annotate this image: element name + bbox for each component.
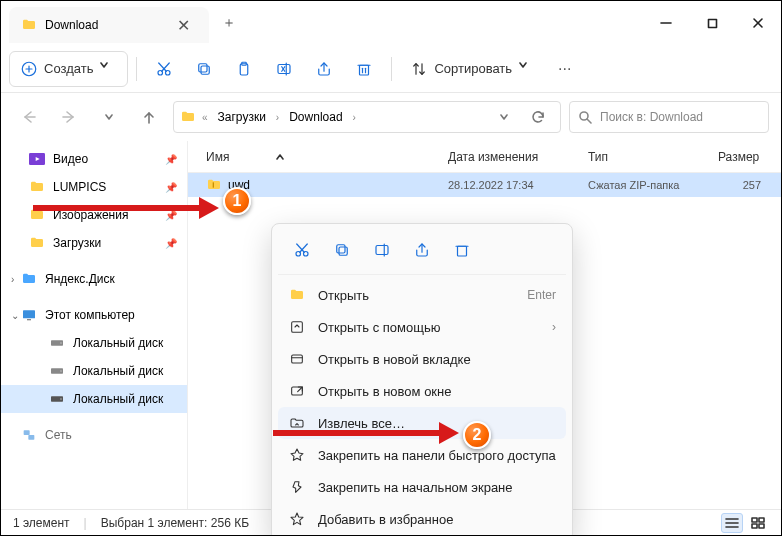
create-button[interactable]: Создать [9, 51, 128, 87]
sidebar-item-lumpics[interactable]: LUMPICS📌 [1, 173, 187, 201]
sort-button[interactable]: Сортировать [400, 51, 546, 87]
status-selection: Выбран 1 элемент: 256 КБ [101, 516, 249, 530]
ctx-delete-button[interactable] [444, 234, 480, 266]
chevron-down-icon[interactable]: ⌄ [11, 310, 19, 321]
sidebar-item-yandex[interactable]: ›Яндекс.Диск [1, 265, 187, 293]
sidebar-label: Локальный диск [73, 392, 163, 406]
file-row[interactable]: uwd 28.12.2022 17:34 Сжатая ZIP-папка 25… [188, 173, 781, 197]
view-details-button[interactable] [721, 513, 743, 533]
pin-icon [288, 446, 306, 464]
recent-button[interactable] [93, 101, 125, 133]
tab-close-button[interactable]: ✕ [169, 11, 197, 39]
maximize-button[interactable] [689, 3, 735, 43]
context-menu: ОткрытьEnter Открыть с помощью› Открыть … [271, 223, 573, 536]
more-button[interactable]: ··· [548, 51, 581, 87]
breadcrumb-item[interactable]: Download [285, 110, 346, 124]
paste-button[interactable] [225, 51, 263, 87]
sidebar-item-downloads[interactable]: Загрузки📌 [1, 229, 187, 257]
ctx-favorite[interactable]: Добавить в избранное [278, 503, 566, 535]
tab-title: Download [45, 18, 161, 32]
back-button[interactable] [13, 101, 45, 133]
close-window-button[interactable] [735, 3, 781, 43]
sidebar-label: LUMPICS [53, 180, 106, 194]
sidebar-label: Сеть [45, 428, 72, 442]
svg-rect-62 [292, 322, 303, 333]
minimize-button[interactable] [643, 3, 689, 43]
chevron-right-icon[interactable]: › [11, 274, 14, 285]
column-type[interactable]: Тип [588, 150, 718, 164]
ctx-label: Закрепить на панели быстрого доступа [318, 448, 556, 463]
svg-rect-15 [278, 64, 290, 73]
ctx-label: Открыть [318, 288, 369, 303]
ctx-open-with[interactable]: Открыть с помощью› [278, 311, 566, 343]
new-window-icon [288, 382, 306, 400]
ctx-share-button[interactable] [404, 234, 440, 266]
sidebar-item-drive[interactable]: Локальный диск [1, 357, 187, 385]
sidebar-label: Этот компьютер [45, 308, 135, 322]
cut-button[interactable] [145, 51, 183, 87]
sidebar-item-pictures[interactable]: Изображения📌 [1, 201, 187, 229]
sidebar-item-thispc[interactable]: ⌄Этот компьютер [1, 301, 187, 329]
file-size: 257 [718, 179, 781, 191]
share-button[interactable] [305, 51, 343, 87]
svg-point-36 [60, 342, 61, 343]
breadcrumb-dropdown[interactable] [488, 101, 520, 133]
ctx-label: Открыть в новой вкладке [318, 352, 471, 367]
ctx-open-new-window[interactable]: Открыть в новом окне [278, 375, 566, 407]
zip-folder-icon [206, 177, 222, 193]
svg-rect-48 [759, 518, 764, 522]
folder-icon [21, 17, 37, 33]
svg-rect-42 [28, 435, 34, 440]
svg-rect-12 [199, 63, 207, 71]
window-tab[interactable]: Download ✕ [9, 7, 209, 43]
svg-line-66 [298, 387, 303, 392]
create-label: Создать [44, 61, 93, 76]
forward-button[interactable] [53, 101, 85, 133]
pin-icon: 📌 [165, 182, 177, 193]
pin-icon: 📌 [165, 210, 177, 221]
delete-button[interactable] [345, 51, 383, 87]
ctx-open[interactable]: ОткрытьEnter [278, 279, 566, 311]
column-name[interactable]: Имя [188, 150, 448, 164]
new-tab-button[interactable]: ＋ [213, 7, 245, 39]
svg-rect-47 [752, 518, 757, 522]
ctx-pin-start[interactable]: Закрепить на начальном экране [278, 471, 566, 503]
svg-rect-55 [339, 247, 347, 255]
sidebar-item-network[interactable]: Сеть [1, 421, 187, 449]
ctx-cut-button[interactable] [284, 234, 320, 266]
column-size[interactable]: Размер [718, 150, 781, 164]
sidebar-item-drive-selected[interactable]: Локальный диск [1, 385, 187, 413]
ctx-extract-all[interactable]: Извлечь все… [278, 407, 566, 439]
ctx-pin-quickaccess[interactable]: Закрепить на панели быстрого доступа [278, 439, 566, 471]
sidebar-label: Локальный диск [73, 364, 163, 378]
folder-open-icon [288, 286, 306, 304]
sidebar-item-drive[interactable]: Локальный диск [1, 329, 187, 357]
column-date[interactable]: Дата изменения [448, 150, 588, 164]
ctx-rename-button[interactable] [364, 234, 400, 266]
ctx-copy-button[interactable] [324, 234, 360, 266]
refresh-button[interactable] [522, 101, 554, 133]
sort-label: Сортировать [434, 61, 512, 76]
svg-line-30 [587, 119, 591, 123]
rename-button[interactable] [265, 51, 303, 87]
star-icon [288, 510, 306, 528]
copy-button[interactable] [185, 51, 223, 87]
sidebar: Видео📌 LUMPICS📌 Изображения📌 Загрузки📌 ›… [1, 141, 187, 509]
pin-start-icon [288, 478, 306, 496]
search-input[interactable]: Поиск в: Download [569, 101, 769, 133]
ctx-open-new-tab[interactable]: Открыть в новой вкладке [278, 343, 566, 375]
view-icons-button[interactable] [747, 513, 769, 533]
ctx-label: Извлечь все… [318, 416, 405, 431]
sidebar-label: Яндекс.Диск [45, 272, 115, 286]
search-placeholder: Поиск в: Download [600, 110, 703, 124]
breadcrumb-item[interactable]: Загрузки [214, 110, 270, 124]
svg-rect-34 [27, 319, 31, 320]
breadcrumb[interactable]: « Загрузки › Download › [173, 101, 561, 133]
svg-rect-56 [337, 245, 345, 253]
up-button[interactable] [133, 101, 165, 133]
sidebar-item-video[interactable]: Видео📌 [1, 145, 187, 173]
chevron-right-icon: › [552, 320, 556, 334]
chevron-right-icon[interactable]: « [200, 112, 210, 123]
svg-rect-41 [24, 430, 30, 435]
ctx-label: Открыть с помощью [318, 320, 440, 335]
